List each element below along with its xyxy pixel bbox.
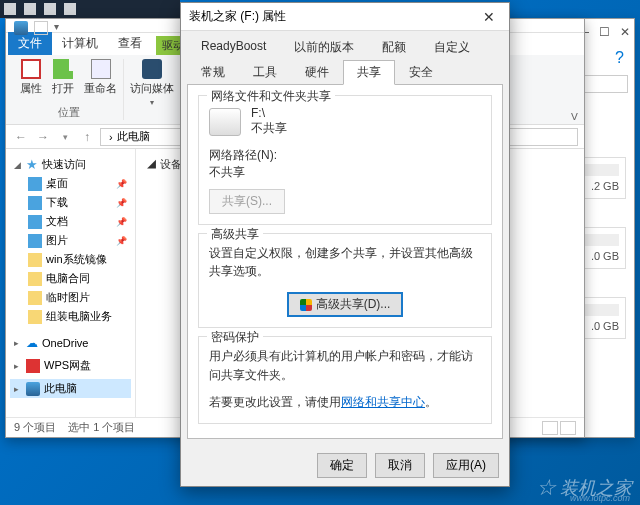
pwd-text-suffix: 。 xyxy=(425,395,437,409)
ribbon-properties[interactable]: 属性 xyxy=(20,59,42,96)
apply-button[interactable]: 应用(A) xyxy=(433,453,499,478)
folder-icon xyxy=(28,272,42,286)
tree-group-biz[interactable]: 组装电脑业务 xyxy=(10,307,131,326)
dialog-tabs-row2: 常规 工具 硬件 共享 安全 xyxy=(181,60,509,85)
watermark-sub: www.lotpc.com xyxy=(570,493,630,503)
pin-icon: 📌 xyxy=(116,198,127,208)
ribbon-label: 打开 xyxy=(52,81,74,96)
onedrive-icon: ☁ xyxy=(26,336,38,350)
tree-pictures[interactable]: 图片📌 xyxy=(10,231,131,250)
wps-icon xyxy=(26,359,40,373)
watermark: ☆ 装机之家 www.lotpc.com xyxy=(536,475,632,501)
tab-quota[interactable]: 配额 xyxy=(368,35,420,60)
nav-forward[interactable]: → xyxy=(34,128,52,146)
ribbon-rename[interactable]: 重命名 xyxy=(84,59,117,96)
tab-view[interactable]: 查看 xyxy=(108,32,152,55)
folder-icon xyxy=(28,253,42,267)
tab-general[interactable]: 常规 xyxy=(187,60,239,85)
cancel-button[interactable]: 取消 xyxy=(375,453,425,478)
tab-tools[interactable]: 工具 xyxy=(239,60,291,85)
rename-icon xyxy=(91,59,111,79)
explorer-icon[interactable] xyxy=(64,3,76,15)
tab-sharing[interactable]: 共享 xyxy=(343,60,395,85)
dialog-title-text: 装机之家 (F:) 属性 xyxy=(189,8,286,25)
adv-button-label: 高级共享(D)... xyxy=(316,296,391,313)
tab-readyboost[interactable]: ReadyBoost xyxy=(187,35,280,60)
shield-icon xyxy=(300,299,312,311)
app-icon xyxy=(14,21,28,35)
status-count: 9 个项目 xyxy=(14,420,56,435)
tree-downloads[interactable]: 下载📌 xyxy=(10,193,131,212)
nav-tree: ◢★快速访问 桌面📌 下载📌 文档📌 图片📌 win系统镜像 电脑合同 临时图片… xyxy=(6,149,136,417)
folder-icon xyxy=(28,310,42,324)
share-status: 不共享 xyxy=(251,120,287,137)
breadcrumb-sep: › xyxy=(109,131,113,143)
ribbon-label: 重命名 xyxy=(84,81,117,96)
pwd-text-prefix: 若要更改此设置，请使用 xyxy=(209,395,341,409)
pin-icon: 📌 xyxy=(116,236,127,246)
folder-icon xyxy=(28,291,42,305)
tree-quick-access[interactable]: ◢★快速访问 xyxy=(10,155,131,174)
qat-icon[interactable] xyxy=(34,21,48,35)
media-icon xyxy=(142,59,162,79)
network-sharing-center-link[interactable]: 网络和共享中心 xyxy=(341,395,425,409)
dialog-footer: 确定 取消 应用(A) xyxy=(181,445,509,486)
group-network-sharing: 网络文件和文件夹共享 F:\ 不共享 网络路径(N): 不共享 共享(S)... xyxy=(198,95,492,225)
dialog-close-icon[interactable]: ✕ xyxy=(477,9,501,25)
dialog-tabs-row1: ReadyBoost 以前的版本 配额 自定义 xyxy=(181,31,509,60)
tree-desktop[interactable]: 桌面📌 xyxy=(10,174,131,193)
tab-hardware[interactable]: 硬件 xyxy=(291,60,343,85)
tab-custom[interactable]: 自定义 xyxy=(420,35,484,60)
documents-icon xyxy=(28,215,42,229)
ok-button[interactable]: 确定 xyxy=(317,453,367,478)
tab-file[interactable]: 文件 xyxy=(8,32,52,55)
downloads-icon xyxy=(28,196,42,210)
group-title: 密码保护 xyxy=(207,329,263,346)
ribbon-label: 属性 xyxy=(20,81,42,96)
view-large-icon[interactable] xyxy=(560,421,576,435)
group-password-protection: 密码保护 用户必须具有此计算机的用户帐户和密码，才能访问共享文件夹。 若要更改此… xyxy=(198,336,492,424)
nav-up[interactable]: ↑ xyxy=(78,128,96,146)
taskbar xyxy=(0,0,180,18)
tree-contract[interactable]: 电脑合同 xyxy=(10,269,131,288)
nav-recent[interactable]: ▾ xyxy=(56,128,74,146)
nav-back[interactable]: ← xyxy=(12,128,30,146)
group-advanced-sharing: 高级共享 设置自定义权限，创建多个共享，并设置其他高级共享选项。 高级共享(D)… xyxy=(198,233,492,328)
tree-temp-pics[interactable]: 临时图片 xyxy=(10,288,131,307)
tree-winimg[interactable]: win系统镜像 xyxy=(10,250,131,269)
group-title: 高级共享 xyxy=(207,226,263,243)
close-icon[interactable]: ✕ xyxy=(620,25,630,39)
ribbon-access-media[interactable]: 访问媒体 ▾ xyxy=(130,59,174,107)
search-icon[interactable] xyxy=(24,3,36,15)
ribbon-open[interactable]: 打开 xyxy=(52,59,74,96)
tree-wps[interactable]: ▸WPS网盘 xyxy=(10,356,131,375)
status-selected: 选中 1 个项目 xyxy=(68,420,135,435)
dialog-titlebar: 装机之家 (F:) 属性 ✕ xyxy=(181,3,509,31)
advanced-sharing-button[interactable]: 高级共享(D)... xyxy=(287,292,404,317)
pin-icon: 📌 xyxy=(116,179,127,189)
tree-onedrive[interactable]: ▸☁OneDrive xyxy=(10,334,131,352)
pictures-icon xyxy=(28,234,42,248)
tab-security[interactable]: 安全 xyxy=(395,60,447,85)
start-icon[interactable] xyxy=(4,3,16,15)
adv-description: 设置自定义权限，创建多个共享，并设置其他高级共享选项。 xyxy=(209,244,481,280)
tab-computer[interactable]: 计算机 xyxy=(52,32,108,55)
tree-documents[interactable]: 文档📌 xyxy=(10,212,131,231)
ribbon-collapse-icon[interactable]: ᐯ xyxy=(571,111,578,122)
maximize-icon[interactable]: ☐ xyxy=(599,25,610,39)
properties-icon xyxy=(21,59,41,79)
group-title: 网络文件和文件夹共享 xyxy=(207,88,335,105)
taskview-icon[interactable] xyxy=(44,3,56,15)
ribbon-group-label: 位置 xyxy=(58,105,80,120)
drive-path: F:\ xyxy=(251,106,287,120)
drive-icon xyxy=(209,108,241,136)
tab-previous-versions[interactable]: 以前的版本 xyxy=(280,35,368,60)
tree-this-pc[interactable]: ▸此电脑 xyxy=(10,379,131,398)
share-button: 共享(S)... xyxy=(209,189,285,214)
open-icon xyxy=(53,59,73,79)
net-path-label: 网络路径(N): xyxy=(209,147,481,164)
star-icon: ★ xyxy=(26,157,38,172)
net-path-value: 不共享 xyxy=(209,164,481,181)
view-details-icon[interactable] xyxy=(542,421,558,435)
properties-dialog: 装机之家 (F:) 属性 ✕ ReadyBoost 以前的版本 配额 自定义 常… xyxy=(180,2,510,487)
